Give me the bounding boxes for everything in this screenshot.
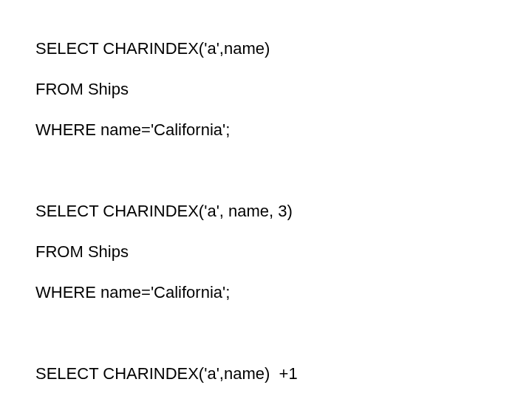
query-2-line-1: SELECT CHARINDEX('a', name, 3) (35, 201, 497, 222)
query-1-line-2: FROM Ships (35, 79, 497, 100)
query-2-line-3: WHERE name='California'; (35, 282, 497, 303)
query-1-line-3: WHERE name='California'; (35, 120, 497, 140)
blank-line (35, 160, 497, 181)
blank-line (35, 323, 497, 344)
query-1-line-1: SELECT CHARINDEX('a',name) (35, 38, 497, 59)
query-2-line-2: FROM Ships (35, 242, 497, 262)
sql-document: SELECT CHARINDEX('a',name) FROM Ships WH… (0, 0, 532, 399)
query-3-line-1: SELECT CHARINDEX('a',name) +1 (35, 364, 497, 384)
